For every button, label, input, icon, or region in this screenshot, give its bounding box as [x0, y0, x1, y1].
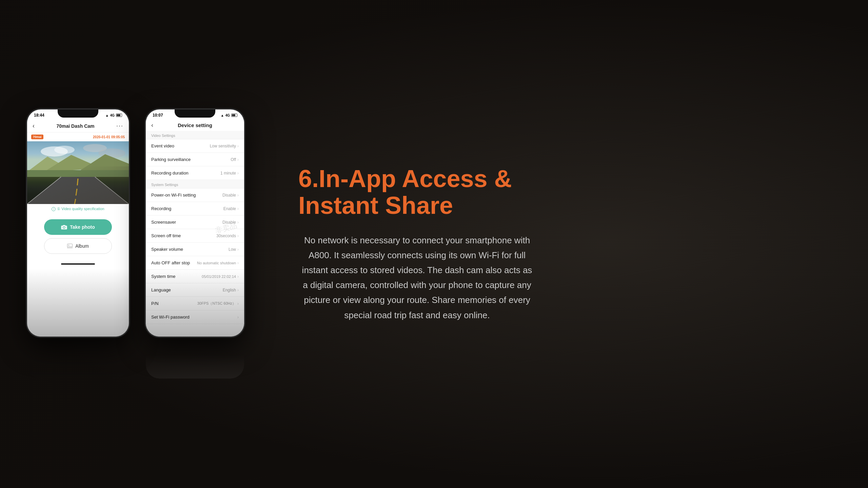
recording-duration-label: Recording duration — [151, 170, 189, 176]
phone1-menu-btn[interactable]: ··· — [116, 122, 123, 129]
phone1-signal: ▲ — [105, 114, 109, 117]
phone1-timestamp: 2020-01-01 09:05:05 — [93, 135, 125, 139]
section-title-line2: Instant Share — [298, 192, 453, 219]
phone2-back-btn[interactable]: ‹ — [151, 122, 153, 129]
phone2-status-icons: ▲ 4G — [221, 114, 237, 117]
language-value-group: English › — [223, 288, 239, 292]
screensaver-label: Screensaver — [151, 220, 176, 225]
phone2-with-reflection: 10:07 ▲ 4G ‹ Device setting — [146, 109, 244, 379]
pn-item[interactable]: P/N 30FPS（NTSC 60Hz） › — [146, 297, 244, 310]
system-time-chevron: › — [237, 274, 239, 279]
phone1-time: 18:44 — [34, 113, 44, 118]
svg-point-20 — [68, 245, 70, 246]
pn-value-group: 30FPS（NTSC 60Hz） › — [197, 301, 239, 306]
auto-off-after-stop-item[interactable]: Auto OFF after stop No automatic shutdow… — [146, 256, 244, 270]
phone2-app-title: Device setting — [178, 122, 212, 128]
parking-surveillance-item[interactable]: Parking surveillance Off › — [146, 153, 244, 166]
poweron-wifi-label: Power-on Wi-Fi setting — [151, 192, 196, 198]
parking-surveillance-value: Off — [231, 157, 236, 162]
language-value: English — [223, 288, 236, 292]
video-quality-link[interactable]: i ① Video quality specification — [27, 204, 129, 214]
phone1-screen: ‹ 70mai Dash Cam ··· 70mai 2020-01-01 09… — [27, 120, 129, 337]
recording-duration-chevron: › — [237, 171, 239, 176]
auto-off-after-stop-value-group: No automatic shutdown › — [197, 261, 239, 265]
recording-duration-value-group: 1 minute › — [220, 171, 239, 176]
poweron-wifi-item[interactable]: Power-on Wi-Fi setting Disable › — [146, 188, 244, 202]
set-wifi-password-chevron: › — [237, 315, 239, 320]
set-wifi-password-label: Set Wi-Fi password — [151, 314, 190, 320]
pn-label: P/N — [151, 301, 159, 306]
event-video-value: Low sensitivity — [210, 144, 236, 148]
speaker-volume-value-group: Low › — [229, 247, 239, 252]
album-button[interactable]: Album — [44, 238, 112, 254]
recording-item[interactable]: Recording Enable › — [146, 202, 244, 216]
phone2-time: 10:07 — [153, 113, 163, 118]
take-photo-button[interactable]: Take photo — [44, 219, 112, 235]
phone1-app-title: 70mai Dash Cam — [56, 123, 94, 129]
system-time-item[interactable]: System time 05/01/2019 22:02:14 › — [146, 270, 244, 283]
auto-off-after-stop-label: Auto OFF after stop — [151, 260, 190, 265]
auto-off-after-stop-value: No automatic shutdown — [197, 261, 236, 265]
recording-duration-item[interactable]: Recording duration 1 minute › — [146, 166, 244, 180]
svg-line-12 — [75, 199, 76, 204]
section-description: No network is necessary to connect your … — [298, 233, 536, 323]
video-quality-text: ① Video quality specification — [57, 207, 104, 211]
poweron-wifi-value: Disable — [222, 193, 236, 198]
phone2-network: 4G — [225, 114, 230, 117]
video-settings-label: Video Settings — [146, 131, 244, 139]
phone1-battery — [116, 114, 122, 117]
event-video-chevron: › — [237, 144, 239, 148]
recording-value: Enable — [223, 206, 236, 211]
phone2-signal: ▲ — [221, 114, 224, 117]
event-video-label: Event video — [151, 143, 174, 148]
recording-chevron: › — [237, 206, 239, 211]
album-icon — [67, 244, 73, 248]
svg-point-17 — [63, 227, 65, 228]
phone2-reflection — [146, 338, 244, 379]
svg-line-13 — [27, 177, 61, 204]
phones-container: 18:44 ▲ 4G ‹ 70mai Dash Cam — [27, 109, 244, 379]
set-wifi-password-item[interactable]: Set Wi-Fi password › — [146, 310, 244, 324]
album-label: Album — [75, 243, 89, 249]
phone2-battery — [231, 114, 237, 117]
svg-point-2 — [54, 146, 75, 154]
language-label: Language — [151, 287, 171, 292]
phone1-road-preview — [27, 141, 129, 204]
phone1-network: 4G — [110, 114, 115, 117]
pn-chevron: › — [237, 301, 239, 306]
system-time-value: 05/01/2019 22:02:14 — [202, 274, 236, 279]
system-time-value-group: 05/01/2019 22:02:14 › — [202, 274, 239, 279]
right-content: 6.In-App Access & Instant Share No netwo… — [264, 145, 841, 343]
phone1-home-indicator — [27, 261, 129, 267]
screensaver-item[interactable]: Screensaver Disable › — [146, 216, 244, 229]
info-icon: i — [52, 207, 56, 211]
phone1-back-btn[interactable]: ‹ — [33, 122, 35, 129]
screen-off-time-item[interactable]: Screen off time 30seconds › — [146, 229, 244, 243]
mai-badge: 70mai — [31, 135, 43, 139]
event-video-item[interactable]: Event video Low sensitivity › — [146, 139, 244, 153]
content-wrapper: 18:44 ▲ 4G ‹ 70mai Dash Cam — [0, 0, 868, 488]
phone1-frame: 18:44 ▲ 4G ‹ 70mai Dash Cam — [27, 109, 129, 337]
speaker-volume-chevron: › — [237, 247, 239, 252]
screensaver-value: Disable — [222, 220, 236, 225]
take-photo-label: Take photo — [70, 224, 95, 230]
system-time-label: System time — [151, 274, 176, 279]
phone1-status-icons: ▲ 4G — [105, 114, 122, 117]
phone2-screen: ‹ Device setting Video Settings Event vi… — [146, 120, 244, 337]
poweron-wifi-value-group: Disable › — [222, 193, 239, 198]
set-wifi-password-value-group: › — [237, 315, 239, 320]
section-title: 6.In-App Access & Instant Share — [298, 165, 814, 219]
language-item[interactable]: Language English › — [146, 283, 244, 297]
svg-line-10 — [77, 179, 78, 185]
screensaver-chevron: › — [237, 220, 239, 225]
auto-off-after-stop-chevron: › — [237, 261, 239, 265]
screen-off-time-chevron: › — [237, 233, 239, 238]
phone1-notch — [58, 109, 98, 118]
phone2-notch — [175, 109, 215, 118]
screen-off-time-label: Screen off time — [151, 233, 181, 238]
speaker-volume-item[interactable]: Speaker volume Low › — [146, 243, 244, 256]
phone2-frame: 10:07 ▲ 4G ‹ Device setting — [146, 109, 244, 337]
phone2-app-header: ‹ Device setting — [146, 120, 244, 131]
phone1-top-bar: 70mai 2020-01-01 09:05:05 — [27, 133, 129, 141]
recording-label: Recording — [151, 206, 171, 211]
